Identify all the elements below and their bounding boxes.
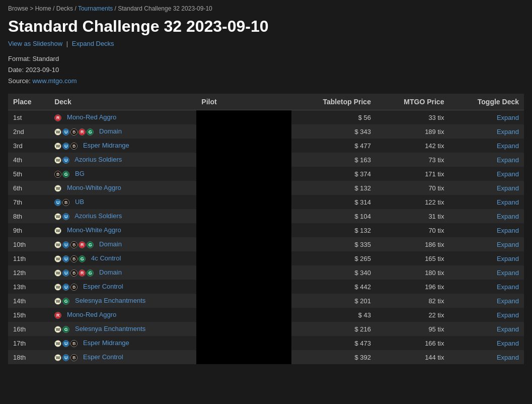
deck-cell: R Mono-Red Aggro	[49, 110, 196, 125]
expand-cell[interactable]: Expand	[449, 308, 524, 322]
w-mana-icon: W	[54, 284, 61, 291]
tabletop-price-cell: $ 442	[291, 280, 376, 294]
expand-button[interactable]: Expand	[497, 184, 519, 192]
expand-cell[interactable]: Expand	[449, 280, 524, 294]
w-mana-icon: W	[54, 143, 61, 150]
page-title: Standard Challenge 32 2023-09-10	[8, 17, 524, 36]
mtgo-price-cell: 82 tix	[376, 294, 449, 308]
expand-button[interactable]: Expand	[497, 114, 519, 121]
expand-cell[interactable]: Expand	[449, 322, 524, 336]
deck-link[interactable]: Mono-White Aggro	[67, 226, 121, 234]
breadcrumb-browse[interactable]: Browse	[8, 5, 28, 12]
pilot-cell	[196, 308, 291, 322]
table-row: 14th WG Selesnya Enchantments $ 201 82 t…	[8, 294, 524, 308]
tabletop-price-cell: $ 163	[291, 153, 376, 167]
tabletop-price-cell: $ 473	[291, 336, 376, 350]
pilot-cell	[196, 110, 291, 125]
w-mana-icon: W	[54, 185, 61, 192]
expand-button[interactable]: Expand	[497, 255, 519, 262]
expand-cell[interactable]: Expand	[449, 110, 524, 125]
breadcrumb-home[interactable]: Home	[35, 5, 51, 12]
pilot-cell	[196, 350, 291, 364]
deck-link[interactable]: Domain	[99, 268, 122, 276]
deck-link[interactable]: BG	[75, 170, 85, 177]
deck-cell: R Mono-Red Aggro	[49, 308, 196, 322]
breadcrumb-tournaments[interactable]: Tournaments	[78, 5, 113, 12]
expand-button[interactable]: Expand	[497, 170, 519, 178]
deck-link[interactable]: Azorius Soldiers	[74, 156, 122, 163]
expand-button[interactable]: Expand	[497, 128, 519, 136]
deck-link[interactable]: Esper Control	[83, 353, 123, 361]
expand-button[interactable]: Expand	[497, 325, 519, 333]
table-row: 7th UB UB $ 314 122 tix Expand	[8, 195, 524, 209]
tabletop-price-cell: $ 216	[291, 322, 376, 336]
deck-link[interactable]: 4c Control	[91, 254, 121, 262]
breadcrumb-current: Standard Challenge 32 2023-09-10	[118, 5, 212, 12]
source-link[interactable]: www.mtgo.com	[32, 77, 77, 85]
table-header-row: Place Deck Pilot Tabletop Price MTGO Pri…	[8, 94, 524, 110]
expand-button[interactable]: Expand	[497, 142, 519, 150]
expand-cell[interactable]: Expand	[449, 223, 524, 237]
u-mana-icon: U	[62, 157, 69, 164]
expand-button[interactable]: Expand	[497, 340, 519, 347]
expand-decks-link[interactable]: Expand Decks	[72, 40, 114, 47]
mtgo-price-cell: 166 tix	[376, 336, 449, 350]
deck-link[interactable]: Selesnya Enchantments	[75, 325, 145, 332]
deck-cell: WUB Esper Midrange	[49, 139, 196, 153]
tabletop-price-cell: $ 201	[291, 294, 376, 308]
deck-link[interactable]: Domain	[99, 127, 122, 135]
mana-symbols: WUBG	[54, 255, 86, 262]
expand-cell[interactable]: Expand	[449, 209, 524, 223]
u-mana-icon: U	[54, 199, 61, 206]
deck-link[interactable]: Esper Midrange	[83, 339, 129, 347]
table-row: 2nd WUBRG Domain $ 343 189 tix Expand	[8, 124, 524, 139]
expand-button[interactable]: Expand	[497, 354, 519, 361]
deck-link[interactable]: Azorius Soldiers	[74, 212, 122, 220]
breadcrumb-decks[interactable]: Decks	[56, 5, 73, 12]
deck-link[interactable]: Mono-Red Aggro	[67, 113, 116, 121]
expand-cell[interactable]: Expand	[449, 294, 524, 308]
deck-link[interactable]: Selesnya Enchantments	[75, 297, 145, 304]
deck-link[interactable]: Domain	[99, 240, 122, 248]
expand-button[interactable]: Expand	[497, 311, 519, 319]
expand-button[interactable]: Expand	[497, 297, 519, 305]
expand-button[interactable]: Expand	[497, 283, 519, 291]
expand-button[interactable]: Expand	[497, 241, 519, 248]
expand-button[interactable]: Expand	[497, 198, 519, 206]
mana-symbols: WUBRG	[54, 241, 94, 248]
mtgo-price-cell: 70 tix	[376, 223, 449, 237]
deck-cell: WG Selesnya Enchantments	[49, 294, 196, 308]
expand-button[interactable]: Expand	[497, 156, 519, 164]
tabletop-price-cell: $ 265	[291, 251, 376, 265]
deck-link[interactable]: Mono-Red Aggro	[67, 311, 116, 318]
expand-cell[interactable]: Expand	[449, 336, 524, 350]
expand-button[interactable]: Expand	[497, 269, 519, 277]
deck-cell: WUBRG Domain	[49, 237, 196, 251]
mana-symbols: UB	[54, 199, 69, 206]
b-mana-icon: B	[70, 354, 78, 361]
deck-link[interactable]: Esper Midrange	[83, 142, 129, 149]
mtgo-price-cell: 122 tix	[376, 195, 449, 209]
r-mana-icon: R	[79, 270, 86, 277]
mana-symbols: WUBRG	[54, 128, 94, 136]
place-cell: 3rd	[8, 139, 49, 153]
deck-link[interactable]: UB	[75, 198, 84, 206]
expand-cell[interactable]: Expand	[449, 265, 524, 280]
expand-cell[interactable]: Expand	[449, 350, 524, 364]
w-mana-icon: W	[54, 298, 61, 305]
expand-cell[interactable]: Expand	[449, 139, 524, 153]
deck-link[interactable]: Mono-White Aggro	[67, 184, 121, 191]
expand-cell[interactable]: Expand	[449, 251, 524, 265]
w-mana-icon: W	[54, 227, 61, 234]
expand-cell[interactable]: Expand	[449, 124, 524, 139]
expand-button[interactable]: Expand	[497, 227, 519, 234]
expand-button[interactable]: Expand	[497, 213, 519, 220]
expand-cell[interactable]: Expand	[449, 153, 524, 167]
expand-cell[interactable]: Expand	[449, 167, 524, 181]
expand-cell[interactable]: Expand	[449, 195, 524, 209]
expand-cell[interactable]: Expand	[449, 181, 524, 195]
expand-cell[interactable]: Expand	[449, 237, 524, 251]
slideshow-link[interactable]: View as Slideshow	[8, 40, 62, 47]
pilot-cell	[196, 153, 291, 167]
deck-link[interactable]: Esper Control	[83, 283, 123, 290]
